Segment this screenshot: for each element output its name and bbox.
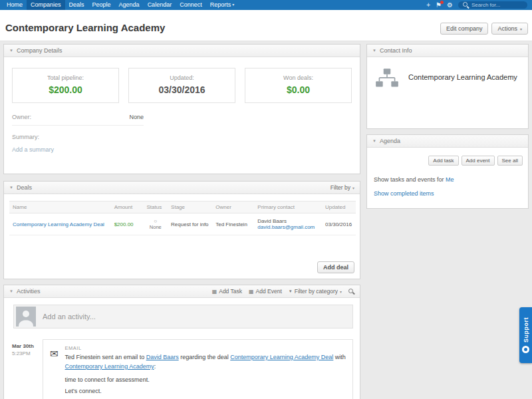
activities-header-controls: ▦ Add Task ▦ Add Event ▼ Filter by categ…	[212, 288, 354, 295]
contact-email-link[interactable]: david.baars@gmail.com	[257, 224, 315, 230]
stat-value: $200.00	[13, 84, 118, 95]
summary-label: Summary:	[12, 134, 360, 140]
agenda-buttons: Add task Add event See all	[372, 156, 523, 166]
stat-value: $0.00	[245, 84, 351, 95]
collapse-chevron-icon[interactable]: ▼	[9, 186, 13, 190]
edit-company-button[interactable]: Edit company	[440, 23, 489, 35]
agenda-panel: ▼ Agenda Add task Add event See all Show…	[366, 134, 529, 209]
add-activity-input[interactable]	[43, 313, 350, 321]
deal-row: Contemporary Learning Academy Deal $200.…	[9, 213, 356, 235]
nav-item-home[interactable]: Home	[3, 0, 27, 10]
global-search-input[interactable]	[471, 2, 523, 8]
nav-item-label: Companies	[31, 0, 61, 10]
add-task-button[interactable]: ▦ Add Task	[212, 288, 242, 295]
collapse-chevron-icon[interactable]: ▼	[9, 289, 13, 293]
activities-header[interactable]: ▼ Activities ▦ Add Task ▦ Add Event ▼ Fi…	[4, 285, 360, 298]
avatar	[16, 307, 36, 327]
column-status: Status	[143, 201, 168, 213]
add-activity-composer[interactable]	[13, 305, 353, 329]
show-completed-items-link[interactable]: Show completed items	[374, 190, 434, 197]
contact-link[interactable]: David Baars	[146, 354, 179, 360]
chevron-down-icon: ▾	[352, 186, 354, 190]
message-text: with	[333, 354, 346, 360]
add-task-label: Add Task	[219, 288, 242, 295]
deals-filter-by[interactable]: Filter by ▾	[331, 184, 354, 191]
message-text: Ted Finestein sent an email to	[65, 354, 146, 360]
company-details-title: Company Details	[17, 47, 63, 54]
stat-label: Won deals:	[245, 74, 351, 81]
contact-info-header[interactable]: ▼ Contact Info	[367, 45, 528, 57]
activity-card-head: ✉ EMAIL Ted Finestein sent an email to D…	[50, 345, 346, 394]
notifications-icon[interactable]: ⚑	[436, 0, 442, 10]
global-search[interactable]	[458, 1, 527, 9]
filter-by-label: Filter by	[331, 184, 350, 191]
gear-icon[interactable]: ⚙	[447, 0, 453, 10]
stat-updated: Updated: 03/30/2016	[128, 68, 235, 103]
filter-funnel-icon: ▼	[289, 289, 293, 293]
envelope-icon: ✉	[50, 348, 59, 358]
message-text: :	[154, 363, 156, 370]
agenda-header[interactable]: ▼ Agenda	[367, 135, 528, 148]
nav-right-controls: + ⚑ ⚙	[426, 0, 529, 10]
filter-by-category[interactable]: ▼ Filter by category ▾	[289, 288, 342, 295]
deal-link[interactable]: Contemporary Learning Academy Deal	[230, 354, 333, 360]
message-text: regarding the deal	[179, 354, 231, 360]
actions-button[interactable]: Actions ▾	[491, 23, 528, 35]
company-link[interactable]: Contemporary Learning Academy	[65, 363, 154, 370]
nav-item-agenda[interactable]: Agenda	[115, 0, 144, 10]
add-deal-button[interactable]: Add deal	[317, 261, 354, 273]
agenda-see-all-button[interactable]: See all	[497, 156, 523, 166]
nav-item-companies[interactable]: Companies	[27, 0, 65, 10]
nav-item-label: People	[92, 0, 111, 10]
deals-table-header-row: Name Amount Status Stage Owner Primary c…	[9, 201, 356, 213]
activity-card-body: EMAIL Ted Finestein sent an email to Dav…	[65, 345, 346, 394]
agenda-add-event-label: Add event	[466, 158, 490, 164]
collapse-chevron-icon[interactable]: ▼	[372, 139, 376, 143]
stat-total-pipeline: Total pipeline: $200.00	[12, 68, 119, 103]
nav-item-label: Connect	[180, 0, 202, 10]
add-event-label: Add Event	[256, 288, 282, 295]
search-icon	[463, 2, 469, 8]
email-body-line: Let's connect.	[65, 388, 346, 394]
actions-label: Actions	[497, 25, 517, 32]
activities-search-icon[interactable]	[348, 289, 354, 295]
page-title: Contemporary Learning Academy	[5, 22, 165, 33]
contact-info-title: Contact Info	[380, 47, 412, 54]
contact-company-name: Contemporary Learning Academy	[408, 73, 517, 81]
column-primary-contact: Primary contact	[254, 201, 322, 213]
status-radio-icon[interactable]: ○	[146, 219, 164, 224]
crm-company-page: Home Companies Deals People Agenda Calen…	[0, 0, 532, 399]
agenda-add-event-button[interactable]: Add event	[462, 156, 495, 166]
activity-timestamp: Mar 30th 5:23PM	[8, 339, 43, 399]
add-event-button[interactable]: ▦ Add Event	[249, 288, 282, 295]
deals-title: Deals	[17, 184, 32, 191]
support-tab[interactable]: Support	[519, 307, 532, 363]
agenda-add-task-button[interactable]: Add task	[428, 156, 458, 166]
page-header: Contemporary Learning Academy Edit compa…	[0, 10, 532, 41]
column-name: Name	[9, 201, 111, 213]
page-header-buttons: Edit company Actions ▾	[440, 23, 528, 35]
deals-header[interactable]: ▼ Deals Filter by ▾	[4, 182, 360, 194]
calendar-icon: ▦	[212, 289, 217, 295]
deal-name-link[interactable]: Contemporary Learning Academy Deal	[13, 221, 104, 227]
nav-item-calendar[interactable]: Calendar	[144, 0, 176, 10]
agenda-me-link[interactable]: Me	[446, 176, 454, 183]
stat-value: 03/30/2016	[129, 84, 235, 95]
organization-icon	[374, 68, 400, 90]
contact-name: David Baars	[257, 218, 319, 224]
person-icon	[16, 307, 36, 327]
agenda-show-line: Show tasks and events for Me	[374, 176, 528, 183]
deal-status-cell: ○ None	[143, 213, 168, 235]
nav-item-people[interactable]: People	[88, 0, 115, 10]
company-details-header[interactable]: ▼ Company Details	[4, 45, 360, 57]
filter-by-category-label: Filter by category	[295, 288, 338, 295]
column-amount: Amount	[111, 201, 144, 213]
add-summary-link[interactable]: Add a summary	[12, 146, 54, 153]
nav-item-deals[interactable]: Deals	[65, 0, 88, 10]
collapse-chevron-icon[interactable]: ▼	[372, 49, 376, 53]
collapse-chevron-icon[interactable]: ▼	[9, 49, 13, 53]
quick-add-icon[interactable]: +	[426, 0, 430, 10]
nav-item-reports[interactable]: Reports ▾	[206, 0, 239, 10]
owner-value[interactable]: None	[129, 114, 144, 120]
nav-item-connect[interactable]: Connect	[176, 0, 206, 10]
